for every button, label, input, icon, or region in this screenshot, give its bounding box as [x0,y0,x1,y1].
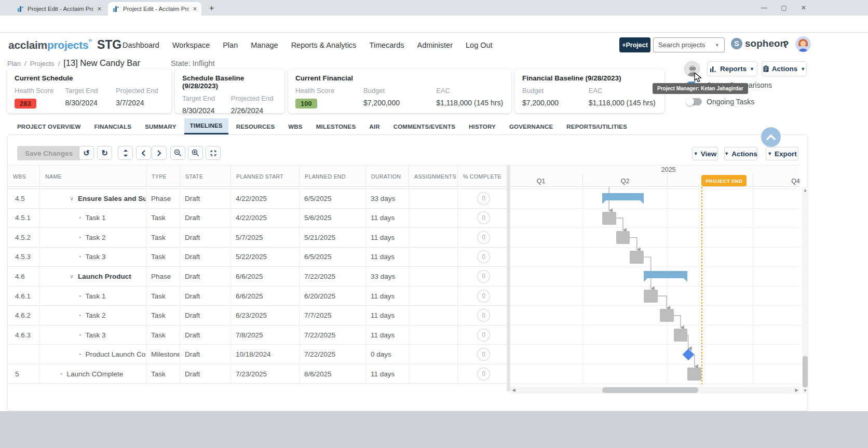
cell-assignments [409,189,457,208]
nav-timecards[interactable]: Timecards [369,41,404,49]
table-row-4.5.1[interactable]: 4.5.1•Task 1TaskDraft4/22/20255/6/202511… [8,209,507,228]
nav-reports-analytics[interactable]: Reports & Analytics [291,41,357,49]
new-tab-button[interactable]: + [209,4,214,13]
undo-button[interactable]: ↺ [79,146,94,160]
window-maximize-button[interactable]: ▢ [775,0,793,16]
column-header-planned-end[interactable]: PLANNED END [299,166,365,187]
gantt-bar-4.5[interactable] [602,193,644,200]
tab-history[interactable]: HISTORY [463,118,501,134]
scroll-left-button[interactable] [136,146,151,160]
collapse-chevron-icon[interactable]: ∨ [70,195,74,202]
tab-air[interactable]: AIR [363,118,385,134]
grid-gantt-splitter[interactable] [507,165,510,391]
breadcrumb-plan[interactable]: Plan [7,60,21,67]
vertical-scrollbar-thumb[interactable] [803,356,808,387]
tab-reports-utilities[interactable]: REPORTS/UTILITIES [561,118,633,134]
card-title: Current Financial [295,74,504,82]
cell-type: Task [146,287,180,306]
tab-wbs[interactable]: WBS [282,118,308,134]
ongoing-tasks-toggle[interactable] [686,98,702,105]
tab-close-icon[interactable]: ✕ [97,6,102,12]
percent-complete-badge: 0 [477,329,490,342]
nav-workspace[interactable]: Workspace [172,41,210,49]
actions-button[interactable]: Actions ▼ [762,61,807,76]
collapse-chevron-icon[interactable]: ∨ [70,273,74,280]
app-logo[interactable]: acclaimprojects”STG [8,38,121,52]
scroll-to-top-button[interactable] [761,127,781,147]
save-changes-button[interactable]: Save Changes [17,146,80,160]
redo-button[interactable]: ↻ [97,146,112,160]
table-row-4.6.3[interactable]: 4.6.3•Task 3TaskDraft7/8/20257/22/202511… [8,325,507,345]
zoom-fit-button[interactable] [206,146,221,160]
column-header-state[interactable]: STATE [180,166,230,187]
table-row-4.5.2[interactable]: 4.5.2•Task 2TaskDraft5/7/20255/21/202511… [8,228,507,248]
table-row-product-launch-cor[interactable]: •Product Launch CorMilestoneDraft10/18/2… [8,345,507,364]
nav-administer[interactable]: Administer [417,41,453,49]
cell-name: •Task 2 [39,228,146,247]
nav-plan[interactable]: Plan [223,41,238,49]
breadcrumb-projects[interactable]: Projects [30,60,55,67]
view-button[interactable]: ▼View [692,147,718,160]
table-row-4.5[interactable]: 4.5∨Ensure Sales and SuppPhaseDraft4/22/… [8,189,507,209]
export-button[interactable]: ▼Export [766,147,798,160]
user-avatar[interactable] [795,36,811,52]
scroll-right-button[interactable] [152,146,167,160]
column-header-assignments[interactable]: ASSIGNMENTS [409,166,457,187]
table-row-4.6.1[interactable]: 4.6.1•Task 1TaskDraft6/6/20256/20/202511… [8,287,507,306]
zoom-out-button[interactable] [170,146,185,160]
table-row-4.5.3[interactable]: 4.5.3•Task 3TaskDraft5/22/20256/5/202511… [8,248,507,267]
gantt-bar-4.6[interactable] [644,271,687,278]
window-close-button[interactable]: ✕ [794,0,813,16]
tab-project-overview[interactable]: PROJECT OVERVIEW [11,118,86,134]
tab-timelines[interactable]: TIMELINES [184,118,228,134]
expand-collapse-all-button[interactable] [118,146,133,160]
window-minimize-button[interactable]: — [755,0,774,16]
help-icon[interactable]: ? [783,39,789,50]
tab-summary[interactable]: SUMMARY [139,118,182,134]
column-divider [365,187,366,384]
cell-assignments [409,209,457,228]
field-label: Budget [363,87,436,94]
column-header-planned-start[interactable]: PLANNED START [230,166,299,187]
tab-resources[interactable]: RESOURCES [230,118,281,134]
reports-button[interactable]: Reports ▼ [707,61,757,76]
column-header-wbs[interactable]: WBS [8,166,39,187]
tab-milestones[interactable]: MILESTONES [310,118,362,134]
gantt-bar-4.6.1[interactable] [644,290,658,303]
gantt-vertical-scrollbar[interactable]: ▲ ▼ [802,187,808,393]
gantt-bar-5[interactable] [687,368,701,381]
browser-tab-1[interactable]: Project Edit - Acclaim Projects ✕ [12,2,106,16]
add-project-button[interactable]: +Project [619,37,650,52]
gantt-bar-4.5.3[interactable] [630,251,644,264]
column-header--complete[interactable]: % COMPLETE [457,166,507,187]
nav-dashboard[interactable]: Dashboard [123,41,159,49]
column-header-duration[interactable]: DURATION [365,166,409,187]
column-header-type[interactable]: TYPE [146,166,180,187]
scrollbar-left-arrow-icon: ◀ [510,387,517,393]
gantt-bar-4.6.3[interactable] [674,329,688,342]
column-header-name[interactable]: NAME [39,166,146,187]
search-projects-select[interactable]: Search projects ▼ [653,37,725,52]
gantt-bar-4.5.2[interactable] [616,231,630,244]
nav-log-out[interactable]: Log Out [466,41,493,49]
tab-financials[interactable]: FINANCIALS [88,118,137,134]
zoom-in-button[interactable] [188,146,203,160]
clipboard-icon [763,65,769,72]
table-row-4.6.2[interactable]: 4.6.2•Task 2TaskDraft6/23/20257/7/202511… [8,306,507,325]
cell--complete: 0 [457,287,507,306]
gantt-bar-4.6.2[interactable] [660,309,674,322]
field-health-score: Health Score100 [295,87,363,108]
browser-tab-2[interactable]: Project Edit - Acclaim Projects ✕ [108,2,201,16]
tab-comments-events[interactable]: COMMENTS/EVENTS [388,118,461,134]
gantt-bar-4.5.1[interactable] [602,212,616,225]
table-row-5[interactable]: 5•Launch COmpleteTaskDraft7/23/20258/6/2… [8,364,507,384]
gantt-actions-button[interactable]: ▼Actions [724,147,757,160]
page-title: [13] New Candy Bar [63,58,140,68]
tab-close-icon[interactable]: ✕ [193,6,197,12]
nav-manage[interactable]: Manage [251,41,278,49]
horizontal-scrollbar-thumb[interactable] [602,387,698,393]
table-row-4.6[interactable]: 4.6∨Launch ProductPhaseDraft6/6/20257/22… [8,267,507,287]
gantt-horizontal-scrollbar[interactable]: ◀ ▶ [510,387,800,393]
cell-duration: 11 days [365,325,409,345]
tab-governance[interactable]: GOVERNANCE [504,118,559,134]
